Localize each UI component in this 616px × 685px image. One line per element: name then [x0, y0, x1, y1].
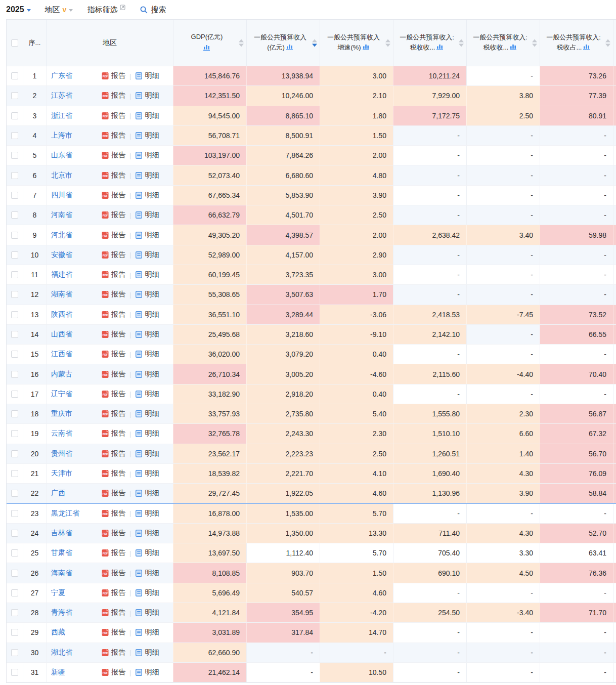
report-button[interactable]: PDF 报告 — [101, 429, 125, 438]
region-link[interactable]: 湖南省 — [51, 290, 101, 299]
report-button[interactable]: PDF 报告 — [101, 91, 125, 100]
region-link[interactable]: 江西省 — [51, 350, 101, 359]
detail-button[interactable]: 明细 — [135, 290, 159, 299]
report-button[interactable]: PDF 报告 — [101, 668, 125, 677]
region-link[interactable]: 宁夏 — [51, 588, 101, 597]
row-checkbox[interactable] — [11, 132, 18, 139]
detail-button[interactable]: 明细 — [135, 131, 159, 140]
report-button[interactable]: PDF 报告 — [101, 350, 125, 359]
region-link[interactable]: 福建省 — [51, 270, 101, 279]
row-checkbox[interactable] — [11, 271, 18, 278]
region-link[interactable]: 山东省 — [51, 151, 101, 160]
report-button[interactable]: PDF 报告 — [101, 548, 125, 558]
detail-button[interactable]: 明细 — [135, 569, 159, 578]
detail-button[interactable]: 明细 — [135, 449, 159, 458]
row-checkbox[interactable] — [11, 629, 18, 636]
detail-button[interactable]: 明细 — [135, 191, 159, 200]
detail-button[interactable]: 明细 — [135, 588, 159, 597]
report-button[interactable]: PDF 报告 — [101, 648, 125, 657]
row-checkbox[interactable] — [11, 430, 18, 437]
sort-toggle[interactable] — [532, 39, 537, 47]
region-link[interactable]: 上海市 — [51, 131, 101, 140]
report-button[interactable]: PDF 报告 — [101, 310, 125, 319]
detail-button[interactable]: 明细 — [135, 429, 159, 438]
report-button[interactable]: PDF 报告 — [101, 588, 125, 597]
region-link[interactable]: 河北省 — [51, 231, 101, 240]
row-checkbox[interactable] — [11, 391, 18, 398]
sort-toggle[interactable] — [239, 39, 244, 47]
region-link[interactable]: 安徽省 — [51, 250, 101, 260]
region-dropdown[interactable]: 地区 v — [45, 5, 73, 15]
row-checkbox[interactable] — [11, 232, 18, 239]
report-button[interactable]: PDF 报告 — [101, 390, 125, 399]
region-link[interactable]: 辽宁省 — [51, 390, 101, 399]
region-link[interactable]: 青海省 — [51, 608, 101, 617]
detail-button[interactable]: 明细 — [135, 489, 159, 498]
row-checkbox[interactable] — [11, 609, 18, 616]
report-button[interactable]: PDF 报告 — [101, 290, 125, 299]
report-button[interactable]: PDF 报告 — [101, 71, 125, 80]
report-button[interactable]: PDF 报告 — [101, 529, 125, 538]
detail-button[interactable]: 明细 — [135, 270, 159, 279]
report-button[interactable]: PDF 报告 — [101, 111, 125, 120]
detail-button[interactable]: 明细 — [135, 409, 159, 418]
detail-button[interactable]: 明细 — [135, 111, 159, 120]
region-link[interactable]: 广西 — [51, 489, 101, 498]
bar-chart-icon[interactable] — [510, 43, 517, 53]
detail-button[interactable]: 明细 — [135, 509, 159, 518]
report-button[interactable]: PDF 报告 — [101, 489, 125, 498]
report-button[interactable]: PDF 报告 — [101, 569, 125, 578]
header-tax-share[interactable]: 一般公共预算收入:税收占... — [540, 20, 613, 66]
region-link[interactable]: 四川省 — [51, 191, 101, 200]
bar-chart-icon[interactable] — [363, 43, 370, 53]
report-button[interactable]: PDF 报告 — [101, 131, 125, 140]
region-link[interactable]: 西藏 — [51, 628, 101, 637]
region-link[interactable]: 云南省 — [51, 429, 101, 438]
row-checkbox[interactable] — [11, 291, 18, 298]
row-checkbox[interactable] — [11, 530, 18, 537]
region-link[interactable]: 海南省 — [51, 569, 101, 578]
report-button[interactable]: PDF 报告 — [101, 330, 125, 339]
row-checkbox[interactable] — [11, 331, 18, 338]
region-link[interactable]: 湖北省 — [51, 648, 101, 657]
row-checkbox[interactable] — [11, 72, 18, 79]
row-checkbox[interactable] — [11, 669, 18, 676]
detail-button[interactable]: 明细 — [135, 250, 159, 260]
bar-chart-icon[interactable] — [583, 43, 590, 53]
report-button[interactable]: PDF 报告 — [101, 250, 125, 260]
detail-button[interactable]: 明细 — [135, 210, 159, 220]
region-link[interactable]: 天津市 — [51, 469, 101, 478]
row-checkbox[interactable] — [11, 470, 18, 477]
detail-button[interactable]: 明细 — [135, 469, 159, 478]
detail-button[interactable]: 明细 — [135, 71, 159, 80]
sort-toggle[interactable] — [385, 39, 390, 47]
row-checkbox[interactable] — [11, 570, 18, 577]
bar-chart-icon[interactable] — [286, 43, 293, 53]
row-checkbox[interactable] — [11, 311, 18, 318]
row-checkbox[interactable] — [11, 450, 18, 457]
row-checkbox[interactable] — [11, 92, 18, 99]
region-link[interactable]: 甘肃省 — [51, 548, 101, 558]
header-tax-revenue[interactable]: 一般公共预算收入:税收收... — [393, 20, 466, 66]
detail-button[interactable]: 明细 — [135, 668, 159, 677]
detail-button[interactable]: 明细 — [135, 608, 159, 617]
detail-button[interactable]: 明细 — [135, 91, 159, 100]
row-checkbox[interactable] — [11, 172, 18, 179]
report-button[interactable]: PDF 报告 — [101, 469, 125, 478]
sort-toggle[interactable] — [605, 39, 610, 47]
row-checkbox[interactable] — [11, 152, 18, 159]
detail-button[interactable]: 明细 — [135, 390, 159, 399]
report-button[interactable]: PDF 报告 — [101, 151, 125, 160]
report-button[interactable]: PDF 报告 — [101, 270, 125, 279]
detail-button[interactable]: 明细 — [135, 350, 159, 359]
row-checkbox[interactable] — [11, 251, 18, 259]
row-checkbox[interactable] — [11, 351, 18, 358]
detail-button[interactable]: 明细 — [135, 310, 159, 319]
region-link[interactable]: 北京市 — [51, 171, 101, 180]
detail-button[interactable]: 明细 — [135, 548, 159, 558]
sort-toggle[interactable] — [459, 39, 464, 47]
row-checkbox[interactable] — [11, 211, 18, 219]
row-checkbox[interactable] — [11, 510, 18, 517]
header-tax-growth[interactable]: 一般公共预算收入:税收收... — [466, 20, 540, 66]
year-dropdown[interactable]: 2025 — [6, 5, 31, 14]
